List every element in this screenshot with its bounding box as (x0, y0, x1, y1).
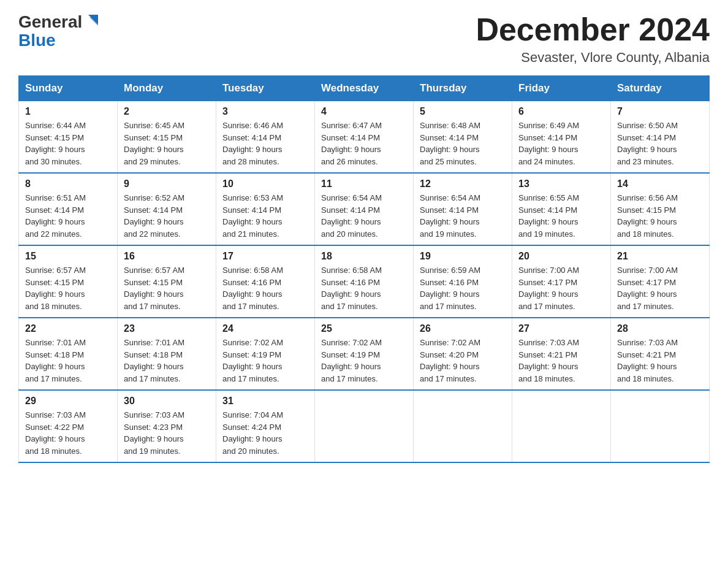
day-number: 8 (25, 178, 111, 190)
table-row: 24 Sunrise: 7:02 AM Sunset: 4:19 PM Dayl… (216, 318, 315, 390)
day-info: Sunrise: 6:58 AM Sunset: 4:16 PM Dayligh… (222, 264, 308, 312)
header-wednesday: Wednesday (315, 76, 414, 101)
day-number: 10 (222, 178, 308, 190)
header-thursday: Thursday (414, 76, 512, 101)
calendar-week-row: 1 Sunrise: 6:44 AM Sunset: 4:15 PM Dayli… (19, 101, 710, 174)
day-info: Sunrise: 6:59 AM Sunset: 4:16 PM Dayligh… (420, 264, 506, 312)
day-info: Sunrise: 7:02 AM Sunset: 4:19 PM Dayligh… (222, 337, 308, 385)
table-row: 15 Sunrise: 6:57 AM Sunset: 4:15 PM Dayl… (19, 245, 118, 318)
header-saturday: Saturday (611, 76, 710, 101)
table-row: 30 Sunrise: 7:03 AM Sunset: 4:23 PM Dayl… (118, 390, 216, 462)
day-number: 29 (25, 396, 111, 407)
day-number: 5 (420, 106, 506, 117)
day-info: Sunrise: 6:53 AM Sunset: 4:14 PM Dayligh… (222, 192, 308, 240)
day-number: 18 (321, 251, 407, 262)
header-friday: Friday (512, 76, 611, 101)
calendar-week-row: 29 Sunrise: 7:03 AM Sunset: 4:22 PM Dayl… (19, 390, 710, 462)
day-info: Sunrise: 6:45 AM Sunset: 4:15 PM Dayligh… (124, 120, 210, 167)
day-number: 6 (518, 106, 604, 117)
calendar-week-row: 22 Sunrise: 7:01 AM Sunset: 4:18 PM Dayl… (19, 318, 710, 390)
day-info: Sunrise: 6:52 AM Sunset: 4:14 PM Dayligh… (124, 192, 210, 240)
table-row: 25 Sunrise: 7:02 AM Sunset: 4:19 PM Dayl… (315, 318, 414, 390)
header-tuesday: Tuesday (216, 76, 315, 101)
table-row: 16 Sunrise: 6:57 AM Sunset: 4:15 PM Dayl… (118, 245, 216, 318)
table-row: 9 Sunrise: 6:52 AM Sunset: 4:14 PM Dayli… (118, 173, 216, 245)
day-number: 2 (124, 106, 210, 117)
day-number: 27 (518, 323, 604, 334)
day-number: 9 (124, 178, 210, 190)
day-number: 17 (222, 251, 308, 262)
table-row: 3 Sunrise: 6:46 AM Sunset: 4:14 PM Dayli… (216, 101, 315, 174)
calendar-week-row: 8 Sunrise: 6:51 AM Sunset: 4:14 PM Dayli… (19, 173, 710, 245)
header-sunday: Sunday (19, 76, 118, 101)
day-number: 1 (25, 106, 111, 117)
table-row: 21 Sunrise: 7:00 AM Sunset: 4:17 PM Dayl… (611, 245, 710, 318)
table-row: 17 Sunrise: 6:58 AM Sunset: 4:16 PM Dayl… (216, 245, 315, 318)
logo: General Blue (18, 12, 102, 49)
day-number: 13 (518, 178, 604, 190)
table-row: 19 Sunrise: 6:59 AM Sunset: 4:16 PM Dayl… (414, 245, 512, 318)
day-info: Sunrise: 6:49 AM Sunset: 4:14 PM Dayligh… (518, 120, 604, 167)
day-info: Sunrise: 6:57 AM Sunset: 4:15 PM Dayligh… (25, 264, 111, 312)
month-year-title: December 2024 (476, 12, 710, 47)
table-row: 8 Sunrise: 6:51 AM Sunset: 4:14 PM Dayli… (19, 173, 118, 245)
day-number: 26 (420, 323, 506, 334)
day-info: Sunrise: 7:03 AM Sunset: 4:22 PM Dayligh… (25, 409, 111, 457)
logo-blue-text: Blue (18, 31, 56, 50)
day-number: 23 (124, 323, 210, 334)
day-info: Sunrise: 7:02 AM Sunset: 4:19 PM Dayligh… (321, 337, 407, 385)
day-number: 30 (124, 396, 210, 407)
day-number: 20 (518, 251, 604, 262)
table-row (512, 390, 611, 462)
table-row (315, 390, 414, 462)
table-row: 18 Sunrise: 6:58 AM Sunset: 4:16 PM Dayl… (315, 245, 414, 318)
calendar-table: Sunday Monday Tuesday Wednesday Thursday… (18, 75, 710, 463)
day-info: Sunrise: 6:55 AM Sunset: 4:14 PM Dayligh… (518, 192, 604, 240)
table-row: 11 Sunrise: 6:54 AM Sunset: 4:14 PM Dayl… (315, 173, 414, 245)
table-row: 10 Sunrise: 6:53 AM Sunset: 4:14 PM Dayl… (216, 173, 315, 245)
table-row: 29 Sunrise: 7:03 AM Sunset: 4:22 PM Dayl… (19, 390, 118, 462)
table-row: 28 Sunrise: 7:03 AM Sunset: 4:21 PM Dayl… (611, 318, 710, 390)
calendar-header-row: Sunday Monday Tuesday Wednesday Thursday… (19, 76, 710, 101)
day-info: Sunrise: 7:04 AM Sunset: 4:24 PM Dayligh… (222, 409, 308, 457)
day-info: Sunrise: 7:01 AM Sunset: 4:18 PM Dayligh… (25, 337, 111, 385)
table-row: 7 Sunrise: 6:50 AM Sunset: 4:14 PM Dayli… (611, 101, 710, 174)
day-number: 12 (420, 178, 506, 190)
table-row: 4 Sunrise: 6:47 AM Sunset: 4:14 PM Dayli… (315, 101, 414, 174)
day-info: Sunrise: 6:56 AM Sunset: 4:15 PM Dayligh… (617, 192, 703, 240)
day-number: 3 (222, 106, 308, 117)
table-row: 13 Sunrise: 6:55 AM Sunset: 4:14 PM Dayl… (512, 173, 611, 245)
day-number: 11 (321, 178, 407, 190)
day-number: 4 (321, 106, 407, 117)
location-subtitle: Sevaster, Vlore County, Albania (476, 50, 710, 66)
table-row: 23 Sunrise: 7:01 AM Sunset: 4:18 PM Dayl… (118, 318, 216, 390)
day-info: Sunrise: 6:47 AM Sunset: 4:14 PM Dayligh… (321, 120, 407, 167)
day-info: Sunrise: 6:46 AM Sunset: 4:14 PM Dayligh… (222, 120, 308, 167)
table-row: 22 Sunrise: 7:01 AM Sunset: 4:18 PM Dayl… (19, 318, 118, 390)
table-row: 20 Sunrise: 7:00 AM Sunset: 4:17 PM Dayl… (512, 245, 611, 318)
day-number: 25 (321, 323, 407, 334)
day-info: Sunrise: 7:03 AM Sunset: 4:23 PM Dayligh… (124, 409, 210, 457)
table-row: 14 Sunrise: 6:56 AM Sunset: 4:15 PM Dayl… (611, 173, 710, 245)
day-info: Sunrise: 6:48 AM Sunset: 4:14 PM Dayligh… (420, 120, 506, 167)
day-info: Sunrise: 6:54 AM Sunset: 4:14 PM Dayligh… (420, 192, 506, 240)
day-info: Sunrise: 7:00 AM Sunset: 4:17 PM Dayligh… (617, 264, 703, 312)
day-info: Sunrise: 6:58 AM Sunset: 4:16 PM Dayligh… (321, 264, 407, 312)
title-block: December 2024 Sevaster, Vlore County, Al… (476, 12, 710, 66)
table-row: 27 Sunrise: 7:03 AM Sunset: 4:21 PM Dayl… (512, 318, 611, 390)
day-info: Sunrise: 6:50 AM Sunset: 4:14 PM Dayligh… (617, 120, 703, 167)
day-number: 15 (25, 251, 111, 262)
day-info: Sunrise: 6:51 AM Sunset: 4:14 PM Dayligh… (25, 192, 111, 240)
table-row: 26 Sunrise: 7:02 AM Sunset: 4:20 PM Dayl… (414, 318, 512, 390)
header-monday: Monday (118, 76, 216, 101)
logo-arrow-icon (85, 12, 102, 29)
day-info: Sunrise: 7:02 AM Sunset: 4:20 PM Dayligh… (420, 337, 506, 385)
table-row: 31 Sunrise: 7:04 AM Sunset: 4:24 PM Dayl… (216, 390, 315, 462)
table-row: 12 Sunrise: 6:54 AM Sunset: 4:14 PM Dayl… (414, 173, 512, 245)
day-info: Sunrise: 7:03 AM Sunset: 4:21 PM Dayligh… (617, 337, 703, 385)
table-row: 1 Sunrise: 6:44 AM Sunset: 4:15 PM Dayli… (19, 101, 118, 174)
day-info: Sunrise: 7:01 AM Sunset: 4:18 PM Dayligh… (124, 337, 210, 385)
day-number: 31 (222, 396, 308, 407)
day-number: 16 (124, 251, 210, 262)
day-number: 22 (25, 323, 111, 334)
